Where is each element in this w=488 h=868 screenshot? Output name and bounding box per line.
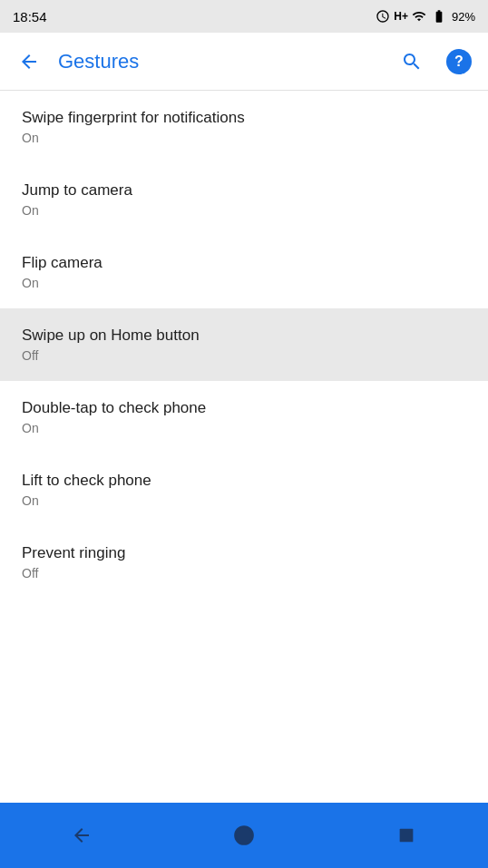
help-button[interactable]: ? bbox=[437, 40, 481, 83]
battery-percent: 92% bbox=[452, 10, 475, 24]
settings-item-title-1: Jump to camera bbox=[22, 181, 466, 200]
settings-item-subtitle-3: Off bbox=[22, 348, 466, 363]
settings-item-title-0: Swipe fingerprint for notifications bbox=[22, 109, 466, 127]
app-bar: Gestures ? bbox=[0, 33, 488, 91]
settings-item-1[interactable]: Jump to cameraOn bbox=[0, 163, 488, 236]
status-time: 18:54 bbox=[13, 9, 47, 24]
settings-item-subtitle-6: Off bbox=[22, 566, 466, 580]
settings-item-title-5: Lift to check phone bbox=[22, 472, 466, 490]
search-button[interactable] bbox=[390, 40, 434, 83]
settings-item-subtitle-2: On bbox=[22, 276, 466, 290]
settings-item-3[interactable]: Swipe up on Home buttonOff bbox=[0, 308, 488, 381]
settings-item-0[interactable]: Swipe fingerprint for notificationsOn bbox=[0, 91, 488, 163]
help-icon: ? bbox=[446, 49, 472, 74]
settings-item-subtitle-4: On bbox=[22, 421, 466, 435]
network-type: H+ bbox=[394, 10, 408, 23]
nav-home-button[interactable] bbox=[215, 814, 273, 857]
nav-recents-button[interactable] bbox=[377, 814, 435, 857]
alarm-icon bbox=[376, 9, 390, 24]
signal-icon bbox=[412, 9, 426, 24]
back-button[interactable] bbox=[7, 40, 51, 83]
svg-rect-1 bbox=[400, 829, 414, 843]
status-bar: 18:54 H+ 92% bbox=[0, 0, 488, 33]
battery-icon bbox=[430, 9, 448, 24]
settings-list: Swipe fingerprint for notificationsOnJum… bbox=[0, 91, 488, 803]
settings-item-title-6: Prevent ringing bbox=[22, 544, 466, 562]
settings-item-subtitle-5: On bbox=[22, 493, 466, 508]
settings-item-title-2: Flip camera bbox=[22, 254, 466, 272]
settings-item-title-4: Double-tap to check phone bbox=[22, 399, 466, 417]
settings-item-subtitle-0: On bbox=[22, 131, 466, 145]
nav-back-button[interactable] bbox=[53, 814, 111, 857]
settings-item-5[interactable]: Lift to check phoneOn bbox=[0, 454, 488, 526]
page-title: Gestures bbox=[51, 50, 390, 73]
settings-item-subtitle-1: On bbox=[22, 203, 466, 218]
nav-bar bbox=[0, 803, 488, 868]
settings-item-4[interactable]: Double-tap to check phoneOn bbox=[0, 381, 488, 454]
status-icons: H+ 92% bbox=[376, 9, 475, 24]
settings-item-6[interactable]: Prevent ringingOff bbox=[0, 526, 488, 599]
svg-point-0 bbox=[235, 826, 253, 844]
settings-item-title-3: Swipe up on Home button bbox=[22, 327, 466, 345]
app-bar-actions: ? bbox=[390, 40, 481, 83]
settings-item-2[interactable]: Flip cameraOn bbox=[0, 236, 488, 308]
